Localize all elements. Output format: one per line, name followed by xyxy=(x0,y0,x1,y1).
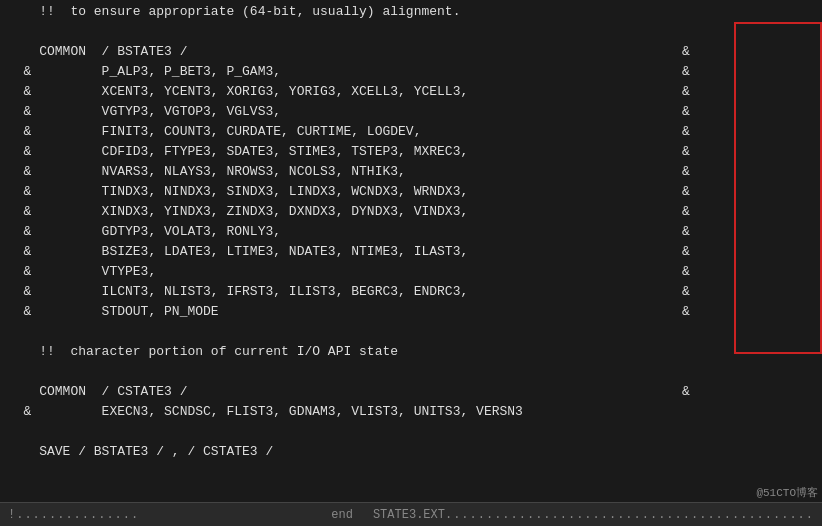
line-content: COMMON / BSTATE3 / xyxy=(0,42,642,62)
line-amp: & xyxy=(642,42,730,62)
line-content: & XCENT3, YCENT3, XORIG3, YORIG3, XCELL3… xyxy=(0,82,642,102)
editor-container: !! to ensure appropriate (64-bit, usuall… xyxy=(0,0,822,526)
line-amp xyxy=(642,402,730,422)
line-amp: & xyxy=(642,122,730,142)
line-amp xyxy=(642,22,730,42)
line-amp: & xyxy=(642,262,730,282)
line-amp: & xyxy=(642,142,730,162)
code-line: COMMON / CSTATE3 /& xyxy=(0,382,730,402)
line-content: & FINIT3, COUNT3, CURDATE, CURTIME, LOGD… xyxy=(0,122,642,142)
line-amp xyxy=(642,422,730,442)
line-content: & EXECN3, SCNDSC, FLIST3, GDNAM3, VLIST3… xyxy=(0,402,642,422)
code-line: & XINDX3, YINDX3, ZINDX3, DXNDX3, DYNDX3… xyxy=(0,202,730,222)
code-line: & ILCNT3, NLIST3, IFRST3, ILIST3, BEGRC3… xyxy=(0,282,730,302)
code-line xyxy=(0,322,730,342)
line-content: & STDOUT, PN_MODE xyxy=(0,302,642,322)
line-amp: & xyxy=(642,162,730,182)
status-filename: STATE3.EXT xyxy=(373,508,445,522)
line-content: & VGTYP3, VGTOP3, VGLVS3, xyxy=(0,102,642,122)
line-content: & CDFID3, FTYPE3, SDATE3, STIME3, TSTEP3… xyxy=(0,142,642,162)
watermark: @51CTO博客 xyxy=(756,485,818,500)
line-amp: & xyxy=(642,222,730,242)
line-amp xyxy=(642,442,730,462)
code-line xyxy=(0,422,730,442)
code-line: & P_ALP3, P_BET3, P_GAM3,& xyxy=(0,62,730,82)
code-line: & EXECN3, SCNDSC, FLIST3, GDNAM3, VLIST3… xyxy=(0,402,730,422)
line-content: COMMON / CSTATE3 / xyxy=(0,382,642,402)
code-line: & FINIT3, COUNT3, CURDATE, CURTIME, LOGD… xyxy=(0,122,730,142)
code-line: & VTYPE3,& xyxy=(0,262,730,282)
line-amp: & xyxy=(642,62,730,82)
code-line xyxy=(0,22,730,42)
line-content: & TINDX3, NINDX3, SINDX3, LINDX3, WCNDX3… xyxy=(0,182,642,202)
line-amp: & xyxy=(642,82,730,102)
line-content: & NVARS3, NLAYS3, NROWS3, NCOLS3, NTHIK3… xyxy=(0,162,642,182)
line-content: & XINDX3, YINDX3, ZINDX3, DXNDX3, DYNDX3… xyxy=(0,202,642,222)
code-lines: !! to ensure appropriate (64-bit, usuall… xyxy=(0,2,822,462)
line-content: & ILCNT3, NLIST3, IFRST3, ILIST3, BEGRC3… xyxy=(0,282,642,302)
line-content xyxy=(0,362,642,382)
code-line: & GDTYP3, VOLAT3, RONLY3,& xyxy=(0,222,730,242)
code-line: SAVE / BSTATE3 / , / CSTATE3 / xyxy=(0,442,730,462)
line-content xyxy=(0,22,642,42)
status-dots-after: ........................................… xyxy=(445,508,814,522)
code-line: COMMON / BSTATE3 /& xyxy=(0,42,730,62)
code-line xyxy=(0,362,730,382)
line-amp: & xyxy=(642,382,730,402)
status-bar: !............... end STATE3.EXT ........… xyxy=(0,502,822,526)
line-content: !! to ensure appropriate (64-bit, usuall… xyxy=(0,2,642,22)
line-amp: & xyxy=(642,242,730,262)
code-line: !! character portion of current I/O API … xyxy=(0,342,730,362)
line-amp: & xyxy=(642,102,730,122)
line-amp: & xyxy=(642,282,730,302)
line-content: & GDTYP3, VOLAT3, RONLY3, xyxy=(0,222,642,242)
line-content: & BSIZE3, LDATE3, LTIME3, NDATE3, NTIME3… xyxy=(0,242,642,262)
main-content: !! to ensure appropriate (64-bit, usuall… xyxy=(0,0,822,464)
code-line: & NVARS3, NLAYS3, NROWS3, NCOLS3, NTHIK3… xyxy=(0,162,730,182)
line-content xyxy=(0,422,642,442)
line-content: !! character portion of current I/O API … xyxy=(0,342,642,362)
code-line: !! to ensure appropriate (64-bit, usuall… xyxy=(0,2,730,22)
line-amp xyxy=(642,362,730,382)
line-content xyxy=(0,322,642,342)
code-line: & CDFID3, FTYPE3, SDATE3, STIME3, TSTEP3… xyxy=(0,142,730,162)
line-content: SAVE / BSTATE3 / , / CSTATE3 / xyxy=(0,442,642,462)
code-line: & VGTYP3, VGTOP3, VGLVS3,& xyxy=(0,102,730,122)
code-line: & BSIZE3, LDATE3, LTIME3, NDATE3, NTIME3… xyxy=(0,242,730,262)
line-amp: & xyxy=(642,302,730,322)
line-content: & VTYPE3, xyxy=(0,262,642,282)
code-line: & STDOUT, PN_MODE& xyxy=(0,302,730,322)
line-amp xyxy=(642,322,730,342)
status-dots: !............... xyxy=(8,508,311,522)
line-amp xyxy=(642,2,730,22)
code-line: & TINDX3, NINDX3, SINDX3, LINDX3, WCNDX3… xyxy=(0,182,730,202)
line-amp: & xyxy=(642,182,730,202)
code-line: & XCENT3, YCENT3, XORIG3, YORIG3, XCELL3… xyxy=(0,82,730,102)
line-content: & P_ALP3, P_BET3, P_GAM3, xyxy=(0,62,642,82)
line-amp xyxy=(642,342,730,362)
status-end-label: end xyxy=(311,508,373,522)
line-amp: & xyxy=(642,202,730,222)
